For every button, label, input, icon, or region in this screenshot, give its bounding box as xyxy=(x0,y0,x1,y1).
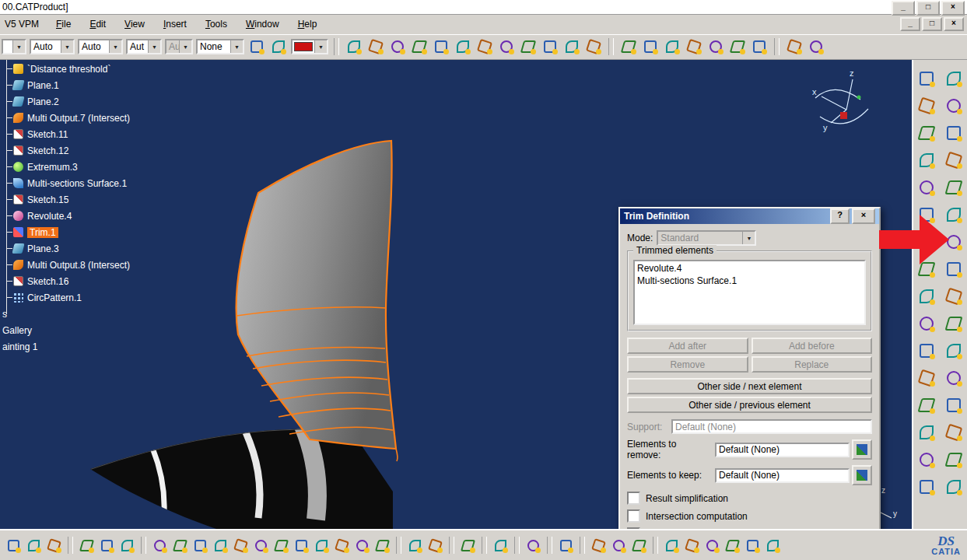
tree-item[interactable]: Sketch.16 xyxy=(0,273,210,289)
knife-icon[interactable] xyxy=(151,537,169,555)
printer-icon[interactable] xyxy=(610,537,628,555)
chevron-down-icon[interactable] xyxy=(230,40,243,53)
tree-item[interactable]: Multi Output.8 (Intersect) xyxy=(0,257,210,273)
doc-minimize-button[interactable] xyxy=(900,17,920,31)
menu-item[interactable]: Edit xyxy=(80,16,115,32)
tree-item[interactable]: Gallery xyxy=(0,322,210,338)
trimmed-element[interactable]: Revolute.4 xyxy=(637,262,862,275)
brush-icon[interactable] xyxy=(807,37,825,56)
sphere-icon[interactable] xyxy=(916,450,937,470)
shape-fillet-icon[interactable] xyxy=(916,313,937,334)
circle-icon[interactable] xyxy=(916,477,937,497)
trimmed-elements-list[interactable]: Revolute.4 Multi-sections Surface.1 xyxy=(633,260,866,325)
table-grid-icon[interactable] xyxy=(497,37,516,56)
other-side-previous-button[interactable]: Other side / previous element xyxy=(627,397,872,413)
trimmed-element[interactable]: Multi-sections Surface.1 xyxy=(637,275,862,287)
star-filter-icon[interactable] xyxy=(641,37,660,56)
scaling-icon[interactable] xyxy=(916,368,937,388)
view-icon[interactable] xyxy=(916,68,937,89)
menu-item[interactable]: Window xyxy=(236,16,289,32)
menu-item[interactable]: Insert xyxy=(154,16,196,32)
dot-pattern-icon[interactable] xyxy=(685,37,703,56)
point-symbol-combo[interactable]: Aut xyxy=(126,39,162,54)
line-type-combo[interactable]: Auto xyxy=(78,39,123,54)
analysis-distance-icon[interactable] xyxy=(454,37,472,56)
replace-button[interactable]: Replace xyxy=(752,356,873,373)
surfaces-icon[interactable] xyxy=(944,68,964,89)
page-icon[interactable] xyxy=(313,537,331,555)
pen-style-icon[interactable] xyxy=(247,37,266,56)
tree-item[interactable]: Plane.3 xyxy=(0,240,210,257)
zoom-in-icon[interactable] xyxy=(232,537,250,555)
plane-icon[interactable] xyxy=(944,422,964,443)
doc-restore-button[interactable] xyxy=(922,17,942,31)
add-before-button[interactable]: Add before xyxy=(752,338,873,354)
checkbox[interactable] xyxy=(627,492,640,505)
blend-icon[interactable] xyxy=(916,177,937,198)
spiral-icon[interactable] xyxy=(944,477,964,497)
tree-item[interactable]: CircPattern.1 xyxy=(0,289,210,306)
add-after-button[interactable]: Add after xyxy=(627,338,748,354)
spline-icon[interactable] xyxy=(366,37,385,56)
fit-all-icon[interactable] xyxy=(171,537,189,555)
sweep-icon[interactable] xyxy=(944,123,964,143)
menu-item[interactable]: Tools xyxy=(196,16,236,32)
mode-combo[interactable]: Standard xyxy=(657,230,756,246)
chevron-down-icon[interactable] xyxy=(61,40,73,53)
tree-item[interactable]: Plane.1 xyxy=(0,77,210,93)
swap-icon[interactable] xyxy=(590,537,608,555)
tree-item[interactable]: s xyxy=(0,306,210,322)
stack-icon[interactable] xyxy=(728,37,747,56)
chevron-down-icon[interactable] xyxy=(179,40,191,53)
other-side-next-button[interactable]: Other side / next element xyxy=(627,378,872,394)
compass-privileged-plane[interactable] xyxy=(840,112,847,119)
select-in-tree-icon[interactable] xyxy=(852,465,872,485)
tree-item[interactable]: Revolute.4 xyxy=(0,208,210,224)
paintbrush-icon[interactable] xyxy=(750,37,769,56)
dialog-close-button[interactable] xyxy=(852,208,875,224)
knife-icon[interactable] xyxy=(345,37,363,56)
menu-item[interactable]: View xyxy=(115,16,154,32)
line-weight-combo[interactable]: Auto xyxy=(30,39,75,54)
trim-icon[interactable] xyxy=(944,177,964,198)
burst-icon[interactable] xyxy=(519,37,538,56)
viewport-3d[interactable]: `Distance threshold` Plane.1 Plane.2 Mul… xyxy=(0,59,967,529)
grid-snap-icon[interactable] xyxy=(723,537,741,555)
graphic-filter-combo[interactable] xyxy=(2,39,26,54)
select-in-tree-icon[interactable] xyxy=(852,439,872,460)
compass[interactable]: z x y xyxy=(800,67,874,141)
globe-icon[interactable] xyxy=(475,37,494,56)
near-icon[interactable] xyxy=(916,422,937,443)
doc-close-button[interactable] xyxy=(944,17,964,31)
cylinder-icon[interactable] xyxy=(944,450,964,470)
fill-icon[interactable] xyxy=(916,150,937,170)
color-combo[interactable] xyxy=(291,39,328,54)
menu-item[interactable]: File xyxy=(47,16,80,32)
tree-item[interactable]: Multi Output.7 (Intersect) xyxy=(0,110,210,126)
flask-icon[interactable] xyxy=(630,537,648,555)
dialog-title-bar[interactable]: Trim Definition xyxy=(620,208,879,224)
compass-free-rotation-handle[interactable] xyxy=(857,96,861,100)
tree-item[interactable]: Plane.2 xyxy=(0,93,210,110)
undo-icon[interactable] xyxy=(78,537,96,555)
close-button[interactable] xyxy=(941,1,965,16)
gear-icon[interactable] xyxy=(785,37,804,56)
extract-icon[interactable] xyxy=(916,286,937,306)
wheel-icon[interactable] xyxy=(524,537,542,555)
paste-icon[interactable] xyxy=(45,537,63,555)
xn-select-icon[interactable] xyxy=(663,37,681,56)
extrapolate-icon[interactable] xyxy=(916,395,937,415)
extrude-icon[interactable] xyxy=(916,96,937,116)
multi-sections-surface-icon[interactable] xyxy=(944,150,964,170)
patch-icon[interactable] xyxy=(410,37,429,56)
select-arrow-icon[interactable] xyxy=(619,37,638,56)
table2-icon[interactable] xyxy=(426,537,444,555)
revolve-icon[interactable] xyxy=(944,96,964,116)
rotate-view-icon[interactable] xyxy=(212,537,229,555)
minimize-button[interactable] xyxy=(892,1,915,16)
chevron-down-icon[interactable] xyxy=(148,40,160,53)
multi-view-icon[interactable] xyxy=(293,537,310,555)
elements-to-remove-field[interactable]: Default (None) xyxy=(715,443,850,457)
pages-icon[interactable] xyxy=(333,537,351,555)
tree-item[interactable]: Sketch.15 xyxy=(0,191,210,208)
